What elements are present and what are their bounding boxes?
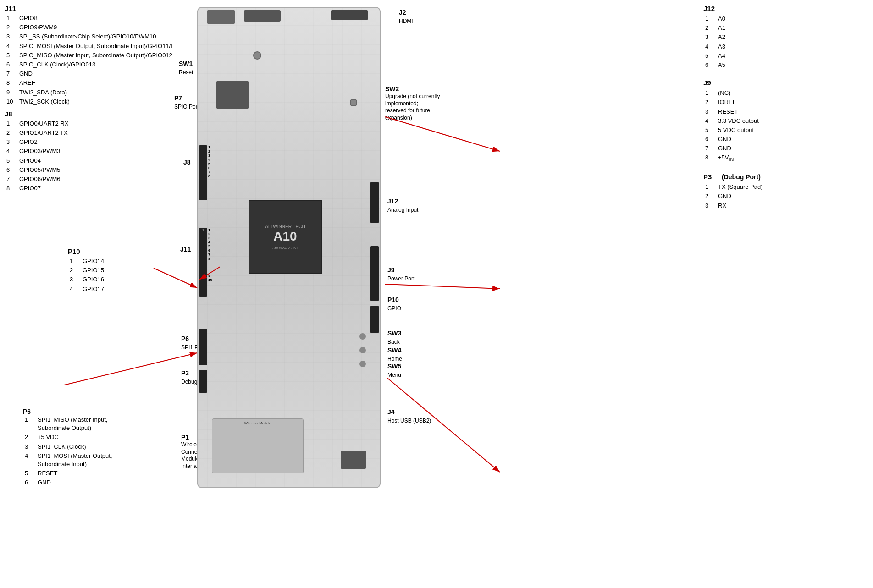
j11-nums: 12345678 bbox=[208, 228, 210, 261]
table-row: 1GPIO0/UART2 RX bbox=[5, 119, 174, 128]
sw4-label: SW4 Home bbox=[387, 346, 402, 363]
table-row: 8GPIO07 bbox=[5, 184, 174, 193]
svg-line-2 bbox=[64, 353, 197, 385]
chip-model: A10 bbox=[273, 229, 297, 244]
p6-box: P6 1SPI1_MISO (Master Input, Subordinate… bbox=[23, 408, 118, 491]
table-row: 2IOREF bbox=[703, 98, 868, 107]
j12-right-header: J12 bbox=[703, 5, 868, 12]
p10-connector bbox=[370, 306, 379, 333]
table-row: 2GPIO9/PWM9 bbox=[5, 23, 174, 32]
p6-table: 1SPI1_MISO (Master Input, Subordinate Ou… bbox=[23, 415, 118, 488]
board-image: ALLWINNER TECH A10 CB0924-ZCN1 1 bbox=[197, 7, 381, 488]
table-row: 1GPIO14 bbox=[68, 257, 160, 266]
p6-header: P6 bbox=[23, 408, 118, 415]
sw2-label: SW2 Upgrade (not currently implemented; … bbox=[385, 85, 440, 122]
table-row: 2GND bbox=[703, 192, 868, 201]
table-row: 1(NC) bbox=[703, 88, 868, 98]
wifi-module: Wireless Module bbox=[212, 418, 304, 473]
table-row: 43.3 VDC output bbox=[703, 116, 868, 126]
j4-label: J4 Host USB (USB2) bbox=[387, 408, 431, 425]
table-row: 4A3 bbox=[703, 42, 868, 51]
usb-host-port bbox=[341, 451, 366, 469]
j8-nums: 12345678 bbox=[208, 145, 210, 178]
table-row: 1SPI1_MISO (Master Input, Subordinate Ou… bbox=[23, 415, 118, 433]
p10-box: P10 1GPIO142GPIO153GPIO164GPIO17 bbox=[68, 247, 160, 297]
j11-header: J11 bbox=[5, 5, 174, 12]
j12-right-table: 1A02A13A24A35A46A5 bbox=[703, 14, 868, 70]
table-row: 6GND bbox=[23, 478, 118, 487]
table-row: 1A0 bbox=[703, 14, 868, 23]
table-row: 6A5 bbox=[703, 60, 868, 70]
table-row: 2+5 VDC bbox=[23, 433, 118, 442]
table-row: 5RESET bbox=[23, 469, 118, 478]
j12-connector bbox=[370, 182, 379, 223]
table-row: 2GPIO1/UART2 TX bbox=[5, 128, 174, 137]
svg-line-3 bbox=[385, 117, 500, 151]
p6-connector bbox=[199, 329, 207, 365]
j11-nums2: 910 bbox=[208, 274, 212, 282]
svg-line-5 bbox=[387, 378, 500, 472]
table-row: 7GND bbox=[5, 69, 174, 78]
sw1-label: SW1 Reset bbox=[179, 60, 193, 77]
table-row: 1TX (Square Pad) bbox=[703, 182, 868, 192]
table-row: 4SPI1_MOSI (Master Output, Subordinate I… bbox=[23, 451, 118, 469]
j8-board-label: J8 bbox=[183, 158, 191, 166]
sw1-button bbox=[253, 51, 261, 60]
table-row: 6GND bbox=[703, 135, 868, 144]
p3-right-table: 1TX (Square Pad)2GND3RX bbox=[703, 182, 868, 210]
chip-brand: ALLWINNER TECH bbox=[265, 224, 305, 229]
table-row: 8AREF bbox=[5, 78, 174, 88]
table-row: 3RESET bbox=[703, 107, 868, 116]
table-row: 8+5VIN bbox=[703, 153, 868, 164]
p3-right-header: P3 bbox=[703, 173, 712, 181]
table-row: 6SPIO_CLK (Clock)/GPIO013 bbox=[5, 60, 174, 69]
svg-line-1 bbox=[154, 268, 197, 288]
table-row: 3SPI_SS (Subordinate/Chip Select)/GPIO10… bbox=[5, 32, 174, 41]
j9-right-header: J9 bbox=[703, 79, 868, 87]
sw3-label: SW3 Back bbox=[387, 329, 401, 346]
j8-table: 1GPIO0/UART2 RX2GPIO1/UART2 TX3GPIO24GPI… bbox=[5, 119, 174, 193]
table-row: 6GPIO05/PWM5 bbox=[5, 165, 174, 175]
p7-label: P7 SPIO Port bbox=[174, 94, 199, 111]
j11-table: 1GPIO82GPIO9/PWM93SPI_SS (Subordinate/Ch… bbox=[5, 14, 174, 106]
p3-connector bbox=[199, 370, 207, 393]
j8-header: J8 bbox=[5, 110, 174, 118]
table-row: 5GPIO04 bbox=[5, 156, 174, 165]
j11-board-label: J11 bbox=[180, 245, 191, 253]
p10-table: 1GPIO142GPIO153GPIO164GPIO17 bbox=[68, 257, 160, 294]
sw5-label: SW5 Menu bbox=[387, 362, 401, 379]
j8-connector bbox=[199, 145, 207, 200]
sw5-button bbox=[359, 361, 366, 367]
table-row: 2GPIO15 bbox=[68, 266, 160, 275]
table-row: 55 VDC output bbox=[703, 126, 868, 135]
chip-part: CB0924-ZCN1 bbox=[271, 246, 298, 250]
table-row: 7GND bbox=[703, 144, 868, 153]
j9-right-table: 1(NC)2IOREF3RESET43.3 VDC output55 VDC o… bbox=[703, 88, 868, 164]
table-row: 3GPIO16 bbox=[68, 275, 160, 284]
sw2-button bbox=[350, 99, 357, 106]
table-row: 3A2 bbox=[703, 33, 868, 42]
p3-right-section: P3 (Debug Port) bbox=[703, 173, 868, 181]
table-row: 9TWI2_SDA (Data) bbox=[5, 88, 174, 97]
sw3-button bbox=[359, 333, 366, 340]
p7-spi-port bbox=[216, 81, 249, 109]
table-row: 3SPI1_CLK (Clock) bbox=[23, 442, 118, 451]
j9-connector bbox=[370, 246, 379, 301]
wifi-label: Wireless Module bbox=[212, 419, 303, 425]
table-row: 3RX bbox=[703, 201, 868, 210]
table-row: 2A1 bbox=[703, 23, 868, 33]
j2-label: J2 HDMI bbox=[399, 8, 413, 25]
rj45-connector bbox=[207, 10, 235, 24]
sw4-button bbox=[359, 347, 366, 353]
table-row: 4SPIO_MOSI (Master Output, Subordinate I… bbox=[5, 42, 174, 51]
hdmi-connector bbox=[331, 10, 368, 20]
table-row: 3GPIO2 bbox=[5, 137, 174, 147]
table-row: 5SPIO_MISO (Master Input, Subordinate Ou… bbox=[5, 51, 174, 60]
j12-board-label: J12 Analog Input bbox=[387, 197, 418, 214]
table-row: 5A4 bbox=[703, 51, 868, 60]
usb-power-port bbox=[244, 10, 281, 22]
j11-connector: 1 bbox=[199, 228, 207, 297]
j9-board-label: J9 Power Port bbox=[387, 266, 414, 283]
p3-right-sub: (Debug Port) bbox=[722, 173, 761, 181]
table-row: 1GPIO8 bbox=[5, 14, 174, 23]
